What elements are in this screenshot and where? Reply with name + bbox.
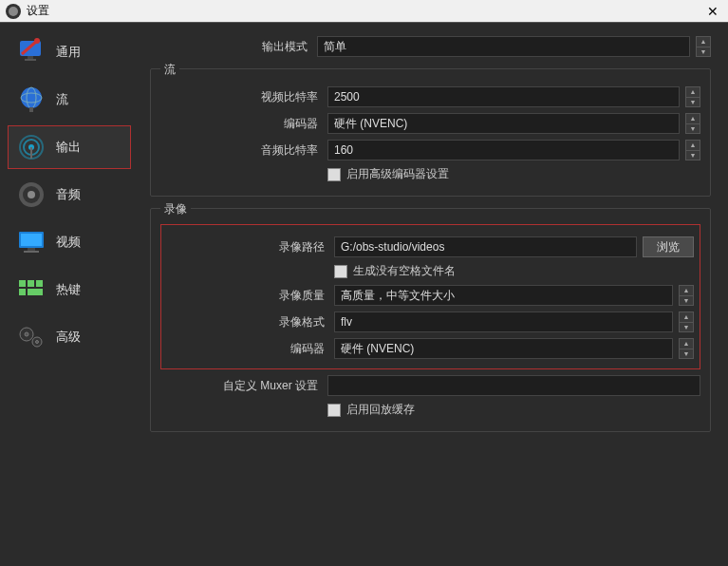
recording-quality-value: 高质量，中等文件大小 <box>341 288 455 304</box>
audio-bitrate-label: 音频比特率 <box>160 142 322 159</box>
recording-highlight: 录像路径 浏览 生成没有空格文件名 录像质量 高质量，中等文件大小 ▲▼ <box>160 224 700 369</box>
app-icon <box>6 4 21 19</box>
main: 通用 流 输出 音频 视频 <box>0 23 728 566</box>
no-space-label: 生成没有空格文件名 <box>353 263 456 279</box>
advanced-encoder-label: 启用高级编码器设置 <box>346 166 449 182</box>
recording-encoder-value: 硬件 (NVENC) <box>341 341 414 357</box>
recording-fieldset: 录像 录像路径 浏览 生成没有空格文件名 录像质量 高质量，中等文件大小 ▲ <box>150 208 711 432</box>
sidebar-item-label: 热键 <box>56 281 81 298</box>
recording-format-select[interactable]: flv <box>334 311 673 332</box>
output-mode-select[interactable]: 简单 <box>317 36 690 57</box>
svg-point-4 <box>21 87 42 108</box>
svg-point-3 <box>34 38 40 44</box>
monitor-icon <box>16 227 47 257</box>
sidebar-item-label: 流 <box>56 91 68 108</box>
muxer-input[interactable] <box>327 375 700 396</box>
stream-fieldset: 流 视频比特率 ▲▼ 编码器 硬件 (NVENC) ▲▼ 音频比特率 160 ▲… <box>150 68 711 197</box>
svg-rect-19 <box>19 280 26 287</box>
audio-bitrate-spinner[interactable]: ▲▼ <box>685 140 700 160</box>
recording-format-spinner[interactable]: ▲▼ <box>679 311 694 332</box>
svg-rect-20 <box>28 280 34 287</box>
svg-point-27 <box>36 341 39 344</box>
recording-format-label: 录像格式 <box>167 314 328 330</box>
advanced-encoder-checkbox[interactable] <box>327 168 341 181</box>
stream-encoder-label: 编码器 <box>160 116 322 132</box>
muxer-label: 自定义 Muxer 设置 <box>160 378 322 394</box>
titlebar: 设置 ✕ <box>0 0 728 23</box>
svg-rect-22 <box>19 289 26 295</box>
monitor-wrench-icon <box>16 37 47 67</box>
svg-point-25 <box>25 332 28 336</box>
stream-legend: 流 <box>160 62 179 78</box>
browse-button[interactable]: 浏览 <box>643 236 694 257</box>
output-mode-row: 输出模式 简单 ▲▼ <box>150 36 711 57</box>
output-mode-label: 输出模式 <box>150 39 311 55</box>
recording-path-input[interactable] <box>334 236 637 257</box>
sidebar-item-label: 通用 <box>56 44 81 61</box>
recording-encoder-spinner[interactable]: ▲▼ <box>679 338 694 359</box>
recording-legend: 录像 <box>160 201 191 217</box>
broadcast-icon <box>16 132 47 162</box>
globe-icon <box>16 85 47 115</box>
svg-rect-17 <box>28 248 35 251</box>
stream-encoder-select[interactable]: 硬件 (NVENC) <box>327 113 680 134</box>
svg-rect-21 <box>36 280 43 287</box>
audio-bitrate-value: 160 <box>334 143 353 157</box>
sidebar-item-audio[interactable]: 音频 <box>8 173 131 217</box>
svg-rect-23 <box>28 289 43 295</box>
svg-rect-7 <box>29 107 33 112</box>
output-mode-value: 简单 <box>324 39 346 55</box>
svg-rect-18 <box>24 251 39 253</box>
content-panel: 输出模式 简单 ▲▼ 流 视频比特率 ▲▼ 编码器 硬件 (NVENC) ▲▼ <box>131 30 720 558</box>
output-mode-spinner[interactable]: ▲▼ <box>696 36 711 57</box>
gears-icon <box>16 322 47 352</box>
keyboard-icon <box>16 274 47 305</box>
recording-quality-select[interactable]: 高质量，中等文件大小 <box>334 285 673 306</box>
svg-point-14 <box>28 191 35 198</box>
sidebar-item-advanced[interactable]: 高级 <box>8 315 131 359</box>
no-space-row: 生成没有空格文件名 <box>334 263 694 279</box>
sidebar-item-stream[interactable]: 流 <box>8 78 131 122</box>
recording-quality-label: 录像质量 <box>167 288 328 304</box>
no-space-checkbox[interactable] <box>334 265 347 278</box>
replay-row: 启用回放缓存 <box>327 402 700 418</box>
recording-path-label: 录像路径 <box>167 239 328 255</box>
window-title: 设置 <box>27 3 703 19</box>
speaker-icon <box>16 179 47 210</box>
replay-label: 启用回放缓存 <box>346 402 415 418</box>
svg-rect-16 <box>21 234 42 246</box>
sidebar-item-hotkeys[interactable]: 热键 <box>8 268 131 311</box>
svg-rect-2 <box>25 59 36 61</box>
audio-bitrate-select[interactable]: 160 <box>327 140 680 160</box>
sidebar-item-label: 高级 <box>56 329 81 346</box>
recording-encoder-select[interactable]: 硬件 (NVENC) <box>334 338 673 359</box>
sidebar-item-output[interactable]: 输出 <box>8 125 131 169</box>
sidebar: 通用 流 输出 音频 视频 <box>8 30 131 558</box>
video-bitrate-label: 视频比特率 <box>160 89 322 105</box>
close-icon[interactable]: ✕ <box>703 4 722 19</box>
stream-encoder-spinner[interactable]: ▲▼ <box>685 113 700 134</box>
replay-checkbox[interactable] <box>327 404 341 417</box>
recording-format-value: flv <box>341 315 352 329</box>
sidebar-item-label: 音频 <box>56 186 81 203</box>
advanced-encoder-row: 启用高级编码器设置 <box>327 166 700 182</box>
svg-rect-11 <box>30 147 32 159</box>
sidebar-item-label: 视频 <box>56 234 81 251</box>
stream-encoder-value: 硬件 (NVENC) <box>334 116 407 132</box>
sidebar-item-video[interactable]: 视频 <box>8 220 131 264</box>
video-bitrate-spinner[interactable]: ▲▼ <box>685 86 700 107</box>
recording-encoder-label: 编码器 <box>167 341 328 357</box>
recording-quality-spinner[interactable]: ▲▼ <box>679 285 694 306</box>
video-bitrate-input[interactable] <box>327 86 680 107</box>
sidebar-item-label: 输出 <box>56 139 81 156</box>
svg-rect-1 <box>28 56 33 59</box>
sidebar-item-general[interactable]: 通用 <box>8 30 131 74</box>
